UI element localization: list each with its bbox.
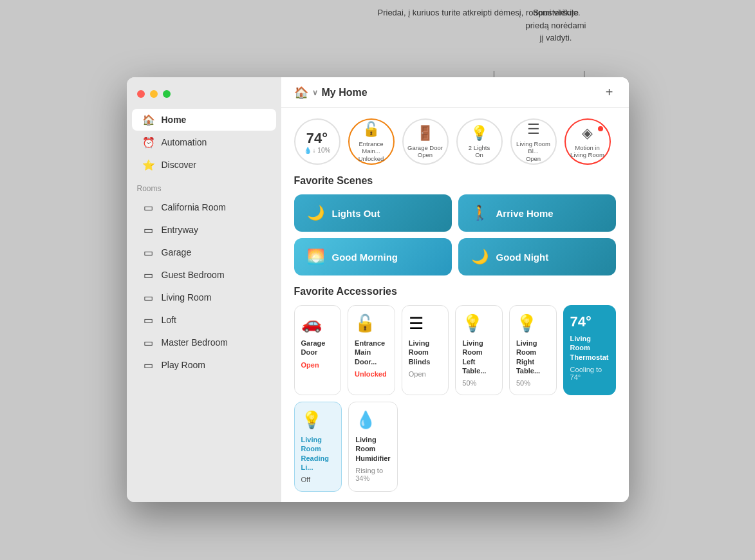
sidebar-item-loft[interactable]: ▭ Loft [132,309,276,331]
room-label: California Room [162,202,226,212]
room-label: Guest Bedroom [162,270,225,280]
room-icon: ▭ [142,359,155,371]
favorite-accessories-section: Favorite Accessories 🚗 Garage Door Open … [281,286,629,502]
sidebar-item-guest-bedroom[interactable]: ▭ Guest Bedroom [132,264,276,286]
minimize-button[interactable] [150,90,158,98]
accessory-lr-right-table[interactable]: 💡 Living Room Right Table... 50% [509,305,557,395]
acc-name-lr-blinds: Living Room Blinds [409,339,442,366]
scene-lights-out[interactable]: 🌙 Lights Out [294,194,452,232]
thermostat-temp: 74° [570,313,609,330]
status-device-entrance[interactable]: 🔓 Entrance Main...Unlocked [348,118,395,165]
room-icon: ▭ [142,313,155,326]
lr-reading-icon: 💡 [301,410,335,430]
motion-label: Motion inLiving Room [570,144,604,159]
acc-status-entrance: Unlocked [355,370,388,378]
garage-door-acc-icon: 🚗 [301,313,335,333]
acc-name-garage: Garage Door [301,339,335,357]
acc-status-lr-blinds: Open [409,370,442,378]
temperature-widget[interactable]: 74° 💧 ↓ 10% [294,118,340,165]
annotation-right: Spustelėkitepriedą norėdamijį valdyti. [526,6,586,44]
acc-name-thermostat: Living Room Thermostat [570,334,609,362]
sidebar-item-automation[interactable]: ⏰ Automation [132,131,276,153]
motion-icon: ◈ [582,125,593,142]
garage-door-icon: 🚪 [416,125,434,142]
accessories-row1: 🚗 Garage Door Open 🔓 Entrance Main Door.… [294,305,616,395]
scene-arrive-home[interactable]: 🚶 Arrive Home [458,194,616,232]
blinds-icon: ☰ [527,121,540,138]
window-controls [127,85,281,108]
sidebar-item-garage[interactable]: ▭ Garage [132,241,276,263]
favorite-scenes-section: Favorite Scenes 🌙 Lights Out 🚶 Arrive Ho… [281,175,629,286]
lights-out-label: Lights Out [332,208,380,219]
acc-status-lr-reading: Off [301,476,335,483]
room-icon: ▭ [142,336,155,349]
automation-icon: ⏰ [142,136,155,149]
scene-good-morning[interactable]: 🌅 Good Morning [294,238,452,275]
entrance-label: Entrance Main...Unlocked [350,140,393,162]
accessory-garage-door[interactable]: 🚗 Garage Door Open [294,305,342,395]
sidebar-item-home[interactable]: 🏠 Home [132,109,276,131]
status-device-garage[interactable]: 🚪 Garage DoorOpen [402,118,449,165]
add-button[interactable]: + [603,85,616,100]
sidebar: 🏠 Home ⏰ Automation ⭐ Discover Rooms ▭ C… [127,77,281,502]
sidebar-item-california-room[interactable]: ▭ California Room [132,196,276,218]
page-title: My Home [322,87,368,98]
accessory-lr-blinds[interactable]: ☰ Living Room Blinds Open [402,305,449,395]
home-icon: 🏠 [142,113,155,126]
room-icon: ▭ [142,201,155,214]
acc-name-entrance: Entrance Main Door... [355,339,388,366]
title-bar-left: 🏠 ∨ My Home [294,86,368,100]
lights-icon: 💡 [471,125,488,142]
main-window: 🏠 Home ⏰ Automation ⭐ Discover Rooms ▭ C… [127,77,629,502]
temperature-value: 74° [306,130,328,147]
acc-status-lr-right-table: 50% [516,379,550,387]
chevron-down-icon[interactable]: ∨ [312,88,318,97]
lr-humidifier-icon: 💧 [355,410,390,430]
sidebar-item-living-room[interactable]: ▭ Living Room [132,286,276,308]
sidebar-item-entryway[interactable]: ▭ Entryway [132,219,276,241]
acc-name-lr-humidifier: Living Room Humidifier [355,435,390,463]
room-icon: ▭ [142,246,155,259]
sidebar-item-discover[interactable]: ⭐ Discover [132,154,276,176]
room-label: Play Room [162,360,205,370]
good-morning-icon: 🌅 [307,248,324,265]
room-label: Loft [162,315,176,325]
accessories-row2: 💡 Living Room Reading Li... Off 💧 Living… [294,402,616,492]
maximize-button[interactable] [163,90,171,98]
unlock-icon: 🔓 [362,121,380,138]
sidebar-label-discover: Discover [162,160,196,170]
accessory-lr-humidifier[interactable]: 💧 Living Room Humidifier Rising to 34% [348,402,397,492]
room-label: Living Room [162,292,212,303]
acc-status-garage: Open [301,361,335,369]
status-device-motion[interactable]: ◈ Motion inLiving Room [564,118,611,165]
status-bar: 74° 💧 ↓ 10% 🔓 Entrance Main...Unlocked 🚪 [281,108,629,175]
lr-right-table-icon: 💡 [516,313,550,333]
lights-out-icon: 🌙 [307,205,324,221]
accessory-lr-thermostat[interactable]: 74° Living Room Thermostat Cooling to 74… [563,305,616,395]
home-title-icon: 🏠 [294,86,308,100]
garage-label: Garage DoorOpen [407,144,443,159]
acc-status-thermostat: Cooling to 74° [570,366,609,381]
room-icon: ▭ [142,223,155,236]
accessories-section-title: Favorite Accessories [294,286,616,297]
status-device-blinds[interactable]: ☰ Living Room Bl...Open [510,118,557,165]
scenes-section-title: Favorite Scenes [294,175,616,187]
arrive-home-icon: 🚶 [471,205,489,221]
scenes-grid: 🌙 Lights Out 🚶 Arrive Home 🌅 Good Mornin… [294,194,616,275]
sidebar-item-play-room[interactable]: ▭ Play Room [132,354,276,376]
sidebar-item-master-bedroom[interactable]: ▭ Master Bedroom [132,331,276,353]
room-label: Entryway [162,225,199,235]
acc-status-lr-left-table: 50% [462,379,496,387]
scene-good-night[interactable]: 🌙 Good Night [458,238,616,275]
room-label: Master Bedroom [162,337,228,348]
discover-icon: ⭐ [142,158,155,171]
lr-left-table-icon: 💡 [462,313,496,333]
accessory-entrance-door[interactable]: 🔓 Entrance Main Door... Unlocked [348,305,395,395]
lr-blinds-icon: ☰ [409,313,442,333]
close-button[interactable] [137,90,145,98]
arrive-home-label: Arrive Home [496,208,554,219]
status-device-lights[interactable]: 💡 2 LightsOn [456,118,503,165]
accessory-lr-reading[interactable]: 💡 Living Room Reading Li... Off [294,402,342,492]
accessory-lr-left-table[interactable]: 💡 Living Room Left Table... 50% [455,305,503,395]
room-icon: ▭ [142,291,155,304]
